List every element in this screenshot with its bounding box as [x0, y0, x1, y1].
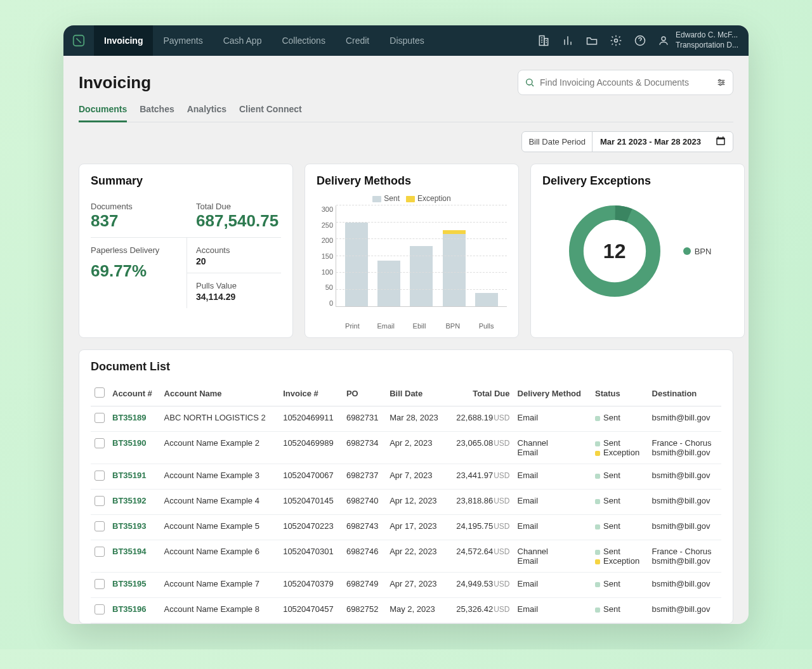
account-link[interactable]: BT35193	[112, 521, 146, 531]
destination: bsmith@bill.gov	[648, 573, 721, 598]
row-checkbox[interactable]	[95, 471, 105, 481]
account-link[interactable]: BT35194	[112, 547, 146, 556]
svg-point-3	[615, 39, 618, 42]
svg-point-7	[719, 79, 721, 81]
account-name: Account Name Example 6	[160, 540, 280, 573]
status: Sent	[591, 573, 648, 598]
gear-icon[interactable]	[610, 34, 622, 47]
topnav-disputes[interactable]: Disputes	[379, 25, 434, 56]
bill-date-period[interactable]: Bill Date Period Mar 21 2023 - Mar 28 20…	[521, 131, 733, 152]
invoice-number: 10520469911	[279, 406, 343, 432]
destination: bsmith@bill.gov	[648, 515, 721, 540]
svg-rect-2	[544, 39, 548, 46]
delivery-method: Email	[514, 464, 592, 490]
calendar-icon[interactable]	[709, 135, 733, 148]
filter-sliders-icon[interactable]	[716, 77, 726, 88]
po-number: 6982737	[343, 464, 386, 490]
po-number: 6982743	[343, 515, 386, 540]
row-checkbox[interactable]	[95, 521, 105, 531]
total-due: 24,949.53USD	[447, 573, 514, 598]
bill-date: Apr 2, 2023	[386, 432, 447, 464]
status: Sent	[591, 515, 648, 540]
col-delivery-method[interactable]: Delivery Method	[514, 382, 592, 406]
col-invoice-[interactable]: Invoice #	[279, 382, 343, 406]
help-icon[interactable]	[634, 34, 646, 47]
status: SentException	[591, 432, 648, 464]
legend-exception: Exception	[417, 194, 451, 203]
topnav-collections[interactable]: Collections	[272, 25, 335, 56]
po-number: 6982746	[343, 540, 386, 573]
delivery-method: Email	[514, 598, 592, 623]
tab-documents[interactable]: Documents	[79, 104, 127, 122]
bar-email	[377, 205, 400, 306]
col-destination[interactable]: Destination	[648, 382, 721, 406]
bill-date: May 2, 2023	[386, 598, 447, 623]
col-account-[interactable]: Account #	[108, 382, 160, 406]
row-checkbox[interactable]	[95, 547, 105, 557]
status: Sent	[591, 406, 648, 432]
tab-batches[interactable]: Batches	[140, 104, 174, 122]
select-all-checkbox[interactable]	[95, 387, 105, 398]
chart-legend: Sent Exception	[317, 194, 507, 203]
summary-title: Summary	[91, 174, 281, 188]
exceptions-value: 12	[564, 200, 665, 302]
summary-accounts-label: Accounts	[196, 245, 281, 255]
invoice-number: 10520470067	[279, 464, 343, 490]
topnav-cash-app[interactable]: Cash App	[213, 25, 272, 56]
page-title: Invoicing	[79, 73, 151, 93]
delivery-method: ChannelEmail	[514, 540, 592, 573]
row-checkbox[interactable]	[95, 438, 105, 448]
row-checkbox[interactable]	[95, 496, 105, 506]
row-checkbox[interactable]	[95, 413, 105, 423]
user-menu[interactable]: Edwardo C. McF... Transportation D...	[658, 30, 738, 50]
folder-icon[interactable]	[586, 34, 598, 47]
total-due: 24,572.64USD	[447, 540, 514, 573]
invoice-number: 10520469989	[279, 432, 343, 464]
page-body: Invoicing DocumentsBatchesAnalyticsClien…	[63, 56, 749, 624]
row-checkbox[interactable]	[95, 604, 105, 614]
search-input[interactable]	[540, 77, 711, 88]
status: Sent	[591, 464, 648, 490]
building-icon[interactable]	[537, 34, 550, 47]
table-row: BT35191Account Name Example 310520470067…	[91, 464, 721, 490]
account-link[interactable]: BT35190	[112, 438, 146, 448]
total-due: 24,195.75USD	[447, 515, 514, 540]
col-account-name[interactable]: Account Name	[160, 382, 280, 406]
account-name: Account Name Example 8	[160, 598, 280, 623]
col-status[interactable]: Status	[591, 382, 648, 406]
summary-totaldue-value: 687,540.75	[196, 211, 281, 231]
col-po[interactable]: PO	[343, 382, 386, 406]
account-link[interactable]: BT35189	[112, 413, 146, 422]
row-checkbox[interactable]	[95, 579, 105, 589]
account-link[interactable]: BT35191	[112, 471, 146, 480]
topnav-credit[interactable]: Credit	[336, 25, 379, 56]
topnav-invoicing[interactable]: Invoicing	[94, 25, 153, 56]
svg-rect-11	[717, 140, 724, 145]
account-link[interactable]: BT35196	[112, 604, 146, 614]
account-link[interactable]: BT35195	[112, 579, 146, 588]
search-box[interactable]	[518, 70, 733, 95]
sub-tabs: DocumentsBatchesAnalyticsClient Connect	[79, 104, 733, 122]
bill-date: Apr 27, 2023	[386, 573, 447, 598]
app-logo[interactable]	[63, 25, 94, 56]
account-link[interactable]: BT35192	[112, 496, 146, 505]
summary-pulls-label: Pulls Value	[196, 281, 281, 290]
user-subtitle: Transportation D...	[676, 41, 738, 51]
destination: France - Chorusbsmith@bill.gov	[648, 540, 721, 573]
summary-card: Summary Documents 837 Total Due 687,540.…	[79, 164, 293, 338]
topnav-payments[interactable]: Payments	[153, 25, 213, 56]
destination: bsmith@bill.gov	[648, 490, 721, 515]
tab-client-connect[interactable]: Client Connect	[239, 104, 302, 122]
invoice-number: 10520470301	[279, 540, 343, 573]
delivery-method: ChannelEmail	[514, 432, 592, 464]
col-total-due[interactable]: Total Due	[447, 382, 514, 406]
table-row: BT35192Account Name Example 410520470145…	[91, 490, 721, 515]
chart-icon[interactable]	[561, 34, 574, 47]
exceptions-donut: 12	[564, 200, 665, 302]
bar-ebill	[410, 205, 433, 306]
total-due: 23,441.97USD	[447, 464, 514, 490]
total-due: 25,326.42USD	[447, 598, 514, 623]
tab-analytics[interactable]: Analytics	[187, 104, 226, 122]
col-bill-date[interactable]: Bill Date	[386, 382, 447, 406]
delivery-methods-title: Delivery Methods	[317, 174, 507, 188]
